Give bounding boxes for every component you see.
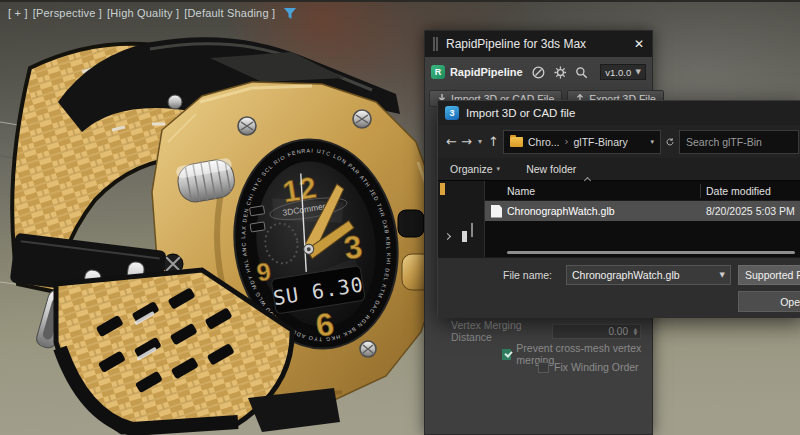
history-chevron-icon[interactable]: ▾ bbox=[476, 137, 484, 146]
panel-grip-icon[interactable] bbox=[433, 37, 438, 51]
dialog-nav-pane[interactable] bbox=[438, 181, 485, 257]
rapidpipeline-brand-row: R RapidPipeline v1.0.0 ▼ bbox=[425, 57, 652, 87]
vertex-merging-value: 0.00 bbox=[553, 326, 631, 337]
fix-winding-checkbox[interactable] bbox=[538, 362, 549, 373]
chevron-down-icon: ▼ bbox=[636, 68, 641, 76]
up-icon[interactable]: ↑ bbox=[488, 134, 499, 149]
panel-title: RapidPipeline for 3ds Max bbox=[446, 37, 626, 51]
gear-icon[interactable] bbox=[554, 66, 567, 79]
organize-menu[interactable]: Organize ▾ bbox=[450, 163, 500, 175]
search-input[interactable] bbox=[679, 130, 799, 154]
file-name: ChronographWatch.glb bbox=[507, 205, 700, 217]
file-name-value: ChronographWatch.glb bbox=[572, 269, 720, 281]
rapidpipeline-titlebar[interactable]: RapidPipeline for 3ds Max ✕ bbox=[425, 31, 652, 57]
viewport-filter-icon[interactable] bbox=[284, 8, 296, 19]
forward-icon[interactable]: → bbox=[461, 134, 472, 149]
list-header-row: Name Date modified bbox=[485, 181, 800, 201]
back-icon[interactable]: ← bbox=[446, 134, 457, 149]
watch-3d-model: RAI UTC LON PAR ATH JED THR DXB KBL KHI … bbox=[0, 2, 460, 435]
tree-item-icon[interactable] bbox=[462, 231, 467, 242]
dialog-titlebar[interactable]: 3 Import 3D or CAD file bbox=[438, 101, 800, 125]
svg-text:12: 12 bbox=[280, 171, 318, 209]
dialog-navbar: ← → ▾ ↑ Chro... › glTF-Binary ▾ bbox=[438, 125, 800, 158]
vertex-merging-label: Vertex Merging Distance bbox=[451, 319, 552, 343]
spinner-arrows-icon[interactable]: ▲▼ bbox=[631, 327, 640, 335]
search-icon[interactable] bbox=[575, 66, 588, 79]
column-header-name[interactable]: Name bbox=[485, 185, 700, 197]
breadcrumb-parent[interactable]: Chro... bbox=[528, 136, 560, 148]
nav-pane-folder-icon bbox=[440, 183, 445, 195]
file-list: Name Date modified ChronographWatch.glb … bbox=[485, 181, 800, 257]
open-button[interactable]: Open bbox=[738, 291, 800, 312]
version-value: v1.0.0 bbox=[605, 67, 631, 78]
viewport-shading-label[interactable]: [Default Shading ] bbox=[184, 7, 275, 19]
dialog-title: Import 3D or CAD file bbox=[466, 107, 575, 119]
viewport-label: [ + ] [Perspective ] [High Quality ] [De… bbox=[8, 7, 296, 19]
tree-expand-chevron-icon[interactable] bbox=[444, 233, 451, 240]
dialog-toolbar: Organize ▾ New folder bbox=[438, 158, 800, 181]
breadcrumb-dropdown-icon[interactable]: ▾ bbox=[650, 138, 654, 146]
import-file-dialog: 3 Import 3D or CAD file ← → ▾ ↑ Chro... … bbox=[437, 100, 800, 317]
panel-close-icon[interactable]: ✕ bbox=[634, 37, 644, 51]
prevent-merge-checkbox[interactable] bbox=[502, 349, 511, 360]
combobox-dropdown-icon: ▼ bbox=[720, 271, 725, 279]
new-folder-button[interactable]: New folder bbox=[526, 163, 576, 175]
viewport-perspective-label[interactable]: [Perspective ] bbox=[33, 7, 102, 19]
organize-label: Organize bbox=[450, 163, 493, 175]
column-header-date[interactable]: Date modified bbox=[701, 185, 771, 197]
3dsmax-app-icon: 3 bbox=[445, 106, 459, 120]
breadcrumb-current[interactable]: glTF-Binary bbox=[574, 136, 628, 148]
nav-pane-scrollbar[interactable] bbox=[471, 223, 473, 237]
file-date: 8/20/2025 5:03 PM bbox=[700, 205, 795, 217]
new-folder-label: New folder bbox=[526, 163, 576, 175]
vertex-merging-spinner[interactable]: 0.00 ▲▼ bbox=[552, 324, 641, 339]
open-button-label: Open bbox=[780, 296, 800, 308]
edit-icon[interactable] bbox=[532, 66, 545, 79]
file-icon bbox=[491, 205, 502, 218]
screenshot-root: RAI UTC LON PAR ATH JED THR DXB KBL KHI … bbox=[0, 0, 800, 435]
horizontal-scrollbar[interactable] bbox=[507, 251, 795, 254]
breadcrumb-separator-icon: › bbox=[565, 136, 569, 147]
file-format-label: Supported Forma bbox=[745, 269, 800, 281]
folder-icon bbox=[510, 137, 523, 147]
file-row-selected[interactable]: ChronographWatch.glb 8/20/2025 5:03 PM bbox=[485, 201, 800, 221]
organize-caret-icon: ▾ bbox=[497, 165, 501, 173]
breadcrumb[interactable]: Chro... › glTF-Binary ▾ bbox=[503, 130, 661, 154]
file-name-label: File name: bbox=[503, 269, 552, 281]
fix-winding-label: Fix Winding Order bbox=[554, 361, 639, 373]
rapidpipeline-logo-icon: R bbox=[431, 65, 445, 79]
dialog-footer: File name: ChronographWatch.glb ▼ Suppor… bbox=[438, 257, 800, 318]
version-dropdown[interactable]: v1.0.0 ▼ bbox=[600, 64, 646, 80]
viewport-plus-label[interactable]: [ + ] bbox=[8, 7, 28, 19]
file-format-dropdown[interactable]: Supported Forma bbox=[738, 265, 800, 285]
viewport-quality-label[interactable]: [High Quality ] bbox=[107, 7, 179, 19]
refresh-icon[interactable] bbox=[665, 132, 675, 152]
dialog-file-area: Name Date modified ChronographWatch.glb … bbox=[438, 181, 800, 257]
rapidpipeline-brand-name: RapidPipeline bbox=[450, 66, 523, 78]
file-name-combobox[interactable]: ChronographWatch.glb ▼ bbox=[566, 265, 731, 285]
